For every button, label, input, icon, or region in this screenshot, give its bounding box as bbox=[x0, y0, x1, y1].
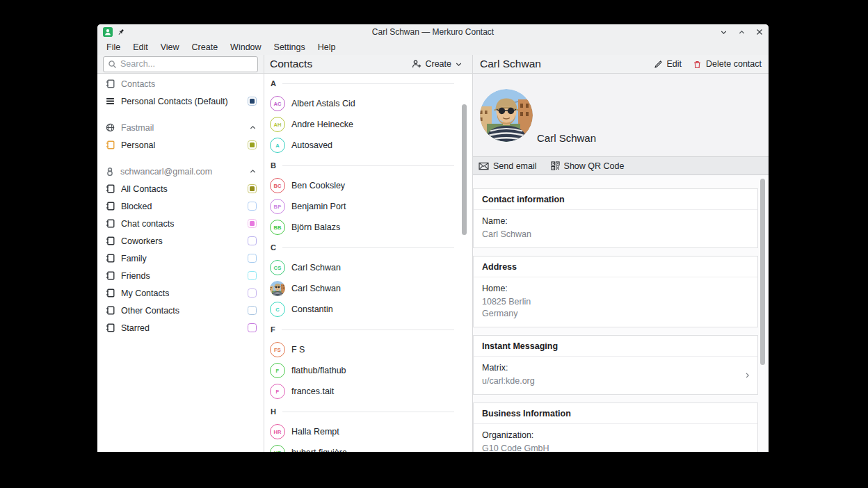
chevron-up-icon bbox=[738, 29, 746, 36]
contact-item-hubert-figui-re[interactable]: HFhubert figuière bbox=[264, 442, 472, 452]
maximize-button[interactable] bbox=[738, 29, 746, 36]
contact-list-header: Contacts Create bbox=[264, 55, 472, 74]
contact-item-flathub-flathub[interactable]: Fflathub/flathub bbox=[264, 360, 472, 381]
sidebar-group-fastmail[interactable]: Fastmail bbox=[97, 119, 264, 136]
sidebar-item-other-contacts[interactable]: Other Contacts bbox=[97, 302, 264, 319]
field-value: u/carl:kde.org bbox=[482, 375, 749, 387]
create-button[interactable]: Create bbox=[412, 59, 463, 69]
send-email-button[interactable]: Send email bbox=[479, 161, 537, 171]
contacts-app-icon bbox=[103, 27, 113, 37]
sidebar-item-personal-contacts-default[interactable]: Personal Contacts (Default) bbox=[97, 92, 264, 110]
sidebar-item-starred[interactable]: Starred bbox=[97, 319, 264, 336]
contact-item-carl-schwan[interactable]: CSCarl Schwan bbox=[264, 257, 472, 278]
menu-create[interactable]: Create bbox=[186, 41, 225, 54]
detail-row-home: Home:10825 Berlin Germany bbox=[474, 277, 757, 327]
menu-help[interactable]: Help bbox=[312, 41, 342, 54]
menu-view[interactable]: View bbox=[154, 41, 186, 54]
addressbook-checkbox[interactable] bbox=[248, 254, 257, 263]
contact-item-autosaved[interactable]: AAutosaved bbox=[264, 135, 472, 156]
detail-row-matrix[interactable]: Matrix:u/carl:kde.org bbox=[474, 357, 757, 394]
contact-item-ben-cooksley[interactable]: BCBen Cooksley bbox=[264, 175, 472, 196]
contact-name: Benjamin Port bbox=[291, 202, 346, 211]
contact-hero: Carl Schwan bbox=[473, 74, 769, 156]
contact-item-carl-schwan-photo[interactable]: Carl Schwan bbox=[264, 278, 472, 299]
sidebar-item-all-contacts[interactable]: All Contacts bbox=[97, 180, 264, 197]
chevron-up-icon[interactable] bbox=[249, 124, 257, 131]
letter-label: B bbox=[271, 161, 276, 170]
addressbook-label: Blocked bbox=[121, 202, 152, 211]
contact-list: AACAlbert Astals CidAHAndre HeineckeAAut… bbox=[264, 74, 472, 452]
contact-item-bj-rn-balazs[interactable]: BBBjörn Balazs bbox=[264, 217, 472, 238]
list-icon bbox=[106, 97, 115, 106]
addressbook-checkbox[interactable] bbox=[248, 271, 257, 280]
addressbook-checkbox[interactable] bbox=[248, 219, 257, 228]
addressbook-checkbox[interactable] bbox=[248, 288, 257, 298]
group-label: Contacts bbox=[121, 79, 155, 89]
contact-item-f-s[interactable]: FSF S bbox=[264, 339, 472, 360]
close-button[interactable] bbox=[756, 29, 763, 36]
addressbook-checkbox[interactable] bbox=[248, 202, 257, 211]
contact-item-halla-rempt[interactable]: HRHalla Rempt bbox=[264, 421, 472, 442]
menu-edit[interactable]: Edit bbox=[127, 41, 154, 54]
address-book-icon bbox=[106, 202, 115, 211]
contact-item-albert-astals-cid[interactable]: ACAlbert Astals Cid bbox=[264, 93, 472, 114]
contact-item-benjamin-port[interactable]: BPBenjamin Port bbox=[264, 196, 472, 217]
addressbook-checkbox[interactable] bbox=[248, 184, 257, 193]
letter-separator: H bbox=[264, 402, 472, 421]
contact-item-andre-heinecke[interactable]: AHAndre Heinecke bbox=[264, 114, 472, 135]
contact-item-frances-tait[interactable]: Ffrances.tait bbox=[264, 381, 472, 402]
menu-file[interactable]: File bbox=[100, 41, 127, 54]
sidebar-group-contacts[interactable]: Contacts bbox=[97, 75, 264, 92]
addressbook-label: All Contacts bbox=[121, 184, 168, 194]
address-book-icon bbox=[106, 219, 115, 228]
section-instant-messaging: Instant MessagingMatrix:u/carl:kde.org bbox=[473, 335, 758, 395]
field-value: Carl Schwan bbox=[482, 229, 749, 240]
detail-scrollbar[interactable] bbox=[760, 179, 765, 365]
search-icon bbox=[108, 60, 117, 69]
minimize-button[interactable] bbox=[720, 29, 728, 36]
field-value: 10825 Berlin Germany bbox=[482, 296, 749, 319]
contact-name: F S bbox=[291, 345, 305, 355]
address-book-icon bbox=[106, 271, 115, 280]
addressbook-label: My Contacts bbox=[121, 288, 169, 298]
contact-actions-toolbar: Send emailShow QR Code bbox=[473, 156, 769, 175]
sidebar-item-family[interactable]: Family bbox=[97, 250, 264, 267]
address-book-icon bbox=[106, 306, 115, 315]
delete-label: Delete contact bbox=[706, 59, 762, 69]
sidebar-group-schwancarl-gmail-com[interactable]: schwancarl@gmail.com bbox=[97, 163, 264, 180]
contact-list-scrollbar[interactable] bbox=[462, 104, 467, 235]
show-qr-code-button[interactable]: Show QR Code bbox=[551, 161, 625, 171]
chevron-up-icon[interactable] bbox=[249, 168, 257, 175]
sidebar-item-my-contacts[interactable]: My Contacts bbox=[97, 284, 264, 302]
contact-name: Carl Schwan bbox=[537, 132, 596, 144]
contact-initials-avatar: HF bbox=[270, 445, 285, 452]
sidebar-item-friends[interactable]: Friends bbox=[97, 267, 264, 284]
sidebar-item-blocked[interactable]: Blocked bbox=[97, 197, 264, 215]
search-input[interactable] bbox=[120, 59, 253, 69]
addressbook-checkbox[interactable] bbox=[248, 97, 257, 106]
globe-icon bbox=[106, 123, 115, 132]
pin-icon[interactable] bbox=[118, 29, 125, 36]
sidebar-item-chat-contacts[interactable]: Chat contacts bbox=[97, 215, 264, 232]
edit-button[interactable]: Edit bbox=[654, 59, 682, 69]
addressbook-checkbox[interactable] bbox=[248, 140, 257, 149]
addressbook-checkbox[interactable] bbox=[248, 323, 257, 332]
addressbook-checkbox[interactable] bbox=[248, 236, 257, 245]
qr-code-icon bbox=[551, 161, 560, 170]
contact-name: Constantin bbox=[291, 304, 333, 314]
addressbook-checkbox[interactable] bbox=[248, 306, 257, 315]
sidebar-item-personal[interactable]: Personal bbox=[97, 136, 264, 154]
search-box[interactable] bbox=[103, 56, 258, 72]
delete-contact-button[interactable]: Delete contact bbox=[693, 59, 762, 69]
contact-initials-avatar: FS bbox=[270, 342, 285, 357]
menu-window[interactable]: Window bbox=[224, 41, 267, 54]
field-value: G10 Code GmbH bbox=[482, 443, 749, 452]
menu-settings[interactable]: Settings bbox=[268, 41, 312, 54]
contact-item-constantin[interactable]: CConstantin bbox=[264, 299, 472, 320]
letter-separator: B bbox=[264, 156, 472, 175]
titlebar[interactable]: Carl Schwan — Merkuro Contact bbox=[97, 24, 769, 40]
letter-label: H bbox=[271, 407, 276, 416]
merkuro-contact-window: Carl Schwan — Merkuro Contact FileEditVi… bbox=[97, 24, 769, 452]
search-band bbox=[97, 55, 264, 74]
sidebar-item-coworkers[interactable]: Coworkers bbox=[97, 232, 264, 250]
